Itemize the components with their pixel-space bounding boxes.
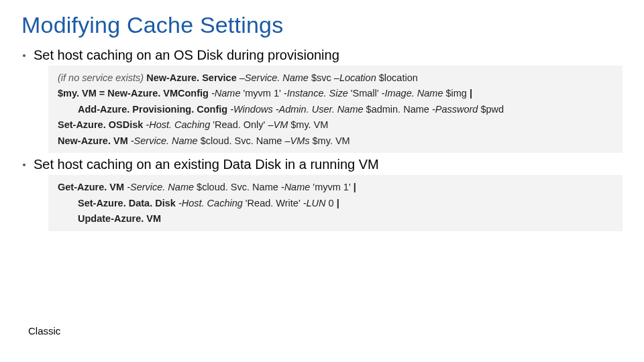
code-italic: –VMs: [284, 135, 312, 146]
code-text: $my. VM: [313, 135, 350, 146]
bullet-text: Set host caching on an OS Disk during pr…: [34, 48, 623, 63]
code-text: $my. VM: [290, 119, 328, 130]
code-text: 'Small': [351, 88, 382, 99]
code-text: 'myvm 1': [244, 88, 284, 99]
code-italic: -Name: [211, 88, 244, 99]
code-italic: -Name: [281, 182, 313, 192]
code-text: 'Read. Only': [213, 119, 268, 130]
code-text: 0: [329, 198, 337, 208]
code-bold: Add-Azure. Provisioning. Config: [78, 104, 230, 115]
code-text: $cloud. Svc. Name: [201, 135, 285, 146]
code-bold: |: [470, 88, 472, 99]
code-italic: –Service. Name: [239, 72, 311, 83]
bullet-list: Set host caching on an OS Disk during pr…: [21, 48, 623, 231]
code-italic: -Image. Name: [382, 88, 446, 99]
code-text: 'myvm 1': [313, 182, 353, 192]
code-text: $svc: [311, 72, 334, 83]
bullet-text: Set host caching on an existing Data Dis…: [34, 157, 623, 172]
code-text: $cloud. Svc. Name: [197, 182, 281, 192]
code-bold: Update-Azure. VM: [78, 213, 161, 224]
code-text: $location: [379, 72, 418, 83]
code-bold: |: [337, 198, 339, 208]
code-bold: Set-Azure. OSDisk: [58, 119, 146, 130]
code-italic: -Windows -Admin. User. Name: [230, 104, 366, 115]
code-line: $my. VM = New-Azure. VMConfig -Name 'myv…: [58, 86, 613, 101]
footer-label: Classic: [28, 325, 60, 337]
code-italic: -Host. Caching: [146, 119, 213, 130]
slide: Modifying Cache Settings Set host cachin…: [0, 0, 644, 362]
code-bold: New-Azure. Service: [146, 72, 239, 83]
code-bold: $my. VM = New-Azure. VMConfig: [58, 88, 211, 99]
code-italic: (if no service exists): [58, 72, 146, 83]
code-italic: -Service. Name: [127, 182, 197, 192]
code-italic: -Instance. Size: [284, 88, 351, 99]
code-line: Update-Azure. VM: [58, 211, 613, 226]
code-line: Set-Azure. OSDisk -Host. Caching 'Read. …: [58, 117, 613, 132]
code-bold: New-Azure. VM: [58, 135, 131, 146]
code-italic: –VM: [268, 119, 290, 130]
code-text: $pwd: [480, 104, 504, 115]
code-block: Get-Azure. VM -Service. Name $cloud. Svc…: [48, 175, 623, 231]
code-italic: -Password: [432, 104, 481, 115]
code-italic: -Service. Name: [131, 135, 201, 146]
list-item: Set host caching on an existing Data Dis…: [21, 157, 623, 231]
code-text: 'Read. Write': [246, 198, 303, 208]
page-title: Modifying Cache Settings: [21, 12, 623, 38]
code-bold: |: [354, 182, 356, 192]
code-italic: –Location: [334, 72, 379, 83]
code-text: $img: [446, 88, 470, 99]
code-line: New-Azure. VM -Service. Name $cloud. Svc…: [58, 133, 613, 148]
code-block: (if no service exists) New-Azure. Servic…: [48, 66, 623, 153]
code-italic: -Host. Caching: [178, 198, 246, 208]
code-line: (if no service exists) New-Azure. Servic…: [58, 70, 613, 85]
code-line: Get-Azure. VM -Service. Name $cloud. Svc…: [58, 180, 613, 194]
code-italic: -LUN: [303, 198, 329, 208]
code-line: Add-Azure. Provisioning. Config -Windows…: [58, 102, 613, 117]
code-bold: Set-Azure. Data. Disk: [78, 198, 178, 208]
code-line: Set-Azure. Data. Disk -Host. Caching 'Re…: [58, 196, 613, 210]
code-text: $admin. Name: [366, 104, 432, 115]
list-item: Set host caching on an OS Disk during pr…: [21, 48, 623, 153]
code-bold: Get-Azure. VM: [58, 182, 127, 192]
